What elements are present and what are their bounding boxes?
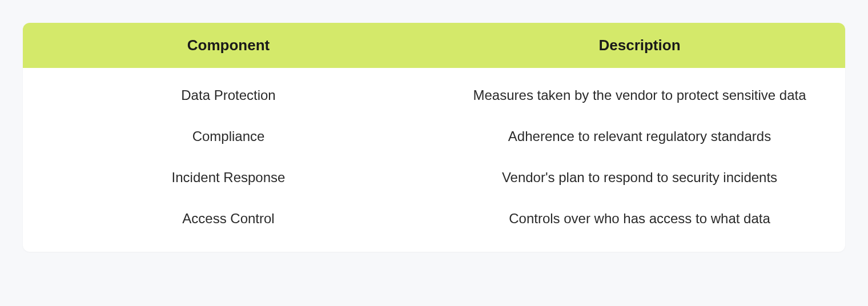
- cell-description: Vendor's plan to respond to security inc…: [434, 167, 845, 188]
- table-row: Access Control Controls over who has acc…: [23, 198, 845, 239]
- cell-description: Adherence to relevant regulatory standar…: [434, 126, 845, 147]
- header-component: Component: [23, 37, 434, 54]
- table-container: Component Description Data Protection Me…: [23, 23, 845, 252]
- cell-component: Incident Response: [23, 167, 434, 188]
- cell-description: Measures taken by the vendor to protect …: [434, 85, 845, 106]
- cell-component: Data Protection: [23, 85, 434, 106]
- table-row: Incident Response Vendor's plan to respo…: [23, 157, 845, 198]
- table-header-row: Component Description: [23, 23, 845, 68]
- cell-component: Access Control: [23, 208, 434, 229]
- table-body: Data Protection Measures taken by the ve…: [23, 68, 845, 252]
- table-row: Data Protection Measures taken by the ve…: [23, 75, 845, 116]
- cell-description: Controls over who has access to what dat…: [434, 208, 845, 229]
- table-row: Compliance Adherence to relevant regulat…: [23, 116, 845, 157]
- cell-component: Compliance: [23, 126, 434, 147]
- header-description: Description: [434, 37, 845, 54]
